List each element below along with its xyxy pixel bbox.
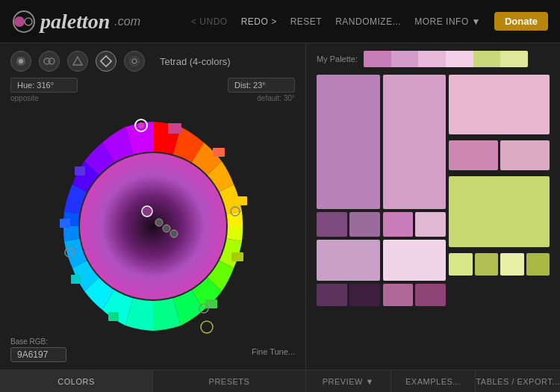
svg-rect-14 [213, 148, 225, 157]
svg-rect-18 [75, 167, 85, 175]
svg-rect-17 [205, 299, 217, 308]
color-cell-dark-1[interactable] [317, 212, 347, 237]
bottom-tabs: COLORS PRESETS [0, 370, 305, 392]
color-cell-pink-top[interactable] [449, 75, 550, 134]
color-cell-darkest-4[interactable] [415, 284, 446, 306]
svg-rect-20 [71, 275, 81, 284]
color-wheel-container[interactable] [34, 107, 273, 346]
svg-point-10 [130, 57, 139, 66]
color-cell-green-lighter[interactable] [500, 253, 523, 276]
base-rgb-section: Base RGB: 9A6197 [10, 337, 66, 362]
palette-label: My Palette: [317, 55, 358, 63]
svg-point-30 [170, 230, 178, 237]
tab-presets[interactable]: PRESETS [153, 370, 305, 392]
donate-button[interactable]: Donate [494, 12, 548, 31]
svg-point-32 [201, 321, 213, 333]
randomize-button[interactable]: RANDOMIZE... [335, 16, 401, 27]
color-column-2 [383, 75, 447, 306]
palette-swatch-5 [473, 51, 501, 67]
mode-icons-row: Tetrad (4-colors) [10, 51, 295, 72]
mode-complement[interactable] [39, 51, 60, 72]
palette-swatch-1 [364, 51, 391, 67]
svg-point-9 [132, 59, 137, 63]
color-cell-darkest-2[interactable] [349, 284, 380, 306]
svg-point-1 [14, 16, 25, 27]
svg-point-12 [80, 153, 226, 299]
mode-mono[interactable] [10, 51, 31, 72]
base-rgb-value[interactable]: 9A6197 [10, 347, 66, 362]
header-nav: < UNDO REDO > RESET RANDOMIZE... MORE IN… [191, 12, 548, 31]
svg-rect-8 [101, 56, 111, 66]
svg-rect-21 [108, 312, 119, 321]
mode-tetrad[interactable] [96, 51, 116, 72]
redo-button[interactable]: REDO > [241, 16, 277, 27]
color-cell-main-2[interactable] [383, 75, 447, 209]
tab-preview[interactable]: PREVIEW ▼ [306, 370, 391, 392]
svg-rect-13 [168, 123, 181, 134]
right-bottom-tabs: PREVIEW ▼ EXAMPLES... TABLES / EXPORT... [306, 370, 560, 392]
logo-domain: .com [114, 15, 140, 28]
more-info-button[interactable]: MORE INFO ▼ [414, 16, 481, 27]
color-cell-green-light[interactable] [449, 253, 472, 276]
right-panel: My Palette: [306, 43, 560, 392]
fine-tune-link[interactable]: Fine Tune... [252, 347, 295, 356]
tetrad-label: Tetrad (4-colors) [160, 56, 231, 67]
color-cell-green-darker[interactable] [526, 253, 550, 276]
logo: paletton .com [12, 10, 140, 34]
tab-colors[interactable]: COLORS [0, 370, 153, 392]
base-rgb-label: Base RGB: [10, 337, 66, 346]
color-cell-main-1[interactable] [317, 75, 380, 209]
svg-marker-7 [73, 57, 82, 65]
color-wheel-svg[interactable] [34, 107, 273, 346]
palette-swatch-2 [391, 51, 419, 67]
svg-point-23 [138, 122, 144, 128]
svg-point-2 [25, 18, 32, 25]
label-row: opposite default: 30° [10, 94, 295, 102]
svg-point-4 [19, 59, 23, 63]
color-cell-light-2[interactable] [383, 240, 447, 281]
palette-bar [364, 51, 528, 67]
color-column-1 [317, 75, 380, 306]
color-cell-darkest-1[interactable] [317, 284, 347, 306]
color-column-3 [449, 75, 550, 306]
logo-text: paletton [40, 10, 110, 34]
color-cell-mid-2[interactable] [415, 212, 446, 237]
hue-dist-row: Hue: 316° Dist: 23° [10, 78, 295, 93]
header: paletton .com < UNDO REDO > RESET RANDOM… [0, 0, 560, 43]
palette-swatch-4 [446, 51, 473, 67]
palette-swatch-6 [500, 51, 528, 67]
reset-button[interactable]: RESET [290, 16, 323, 27]
palette-swatch-3 [418, 51, 446, 67]
color-cell-darkest-3[interactable] [383, 284, 414, 306]
color-cell-light-1[interactable] [317, 240, 380, 281]
hue-input[interactable]: Hue: 316° [10, 78, 78, 93]
mode-triad[interactable] [67, 51, 88, 72]
color-cell-dark-2[interactable] [383, 212, 414, 237]
opposite-label: opposite [10, 94, 39, 102]
color-grid [317, 75, 550, 306]
svg-rect-15 [235, 196, 247, 205]
left-panel: Tetrad (4-colors) Hue: 316° Dist: 23° op… [0, 43, 306, 392]
color-cell-mid-1[interactable] [349, 212, 380, 237]
svg-rect-19 [60, 219, 70, 228]
svg-point-6 [49, 58, 55, 64]
color-cell-sm-1[interactable] [449, 140, 498, 170]
tab-examples[interactable]: EXAMPLES... [391, 370, 476, 392]
svg-point-29 [163, 225, 170, 232]
palette-row: My Palette: [317, 51, 550, 67]
default-label: default: 30° [257, 94, 295, 102]
color-cell-green-dark[interactable] [475, 253, 498, 276]
color-cell-green-main[interactable] [449, 176, 550, 247]
svg-point-28 [155, 219, 163, 226]
main: Tetrad (4-colors) Hue: 316° Dist: 23° op… [0, 43, 560, 392]
logo-icon [12, 10, 36, 34]
svg-rect-16 [231, 252, 243, 261]
dist-input[interactable]: Dist: 23° [228, 78, 295, 93]
mode-settings[interactable] [124, 51, 145, 72]
tab-tables[interactable]: TABLES / EXPORT... [476, 370, 560, 392]
undo-button[interactable]: < UNDO [191, 16, 228, 27]
svg-point-27 [142, 206, 152, 217]
color-cell-sm-2[interactable] [500, 140, 550, 170]
